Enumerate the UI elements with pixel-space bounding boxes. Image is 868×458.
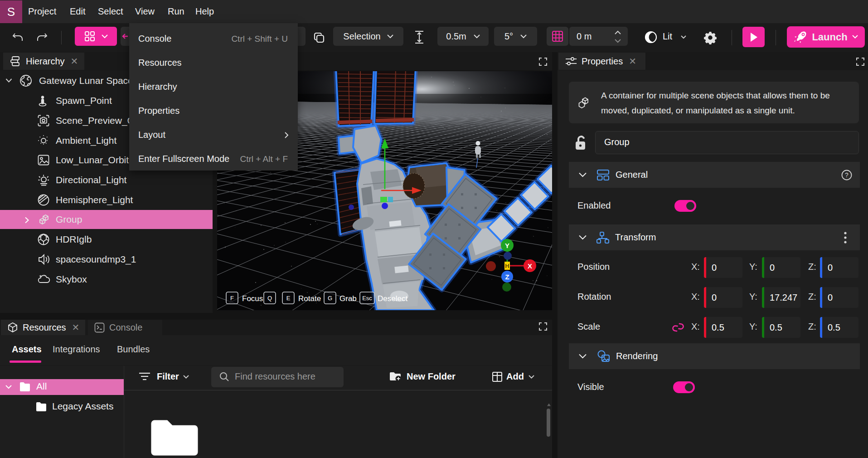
svg-text:Rotate: Rotate xyxy=(298,294,321,303)
svg-text:Grab: Grab xyxy=(339,294,357,303)
svg-text:Deselect: Deselect xyxy=(378,294,407,303)
svg-text:Focus: Focus xyxy=(242,294,263,303)
svg-text:?: ? xyxy=(845,171,849,179)
svg-text:H: H xyxy=(505,263,509,269)
svg-text:Z: Z xyxy=(505,273,509,281)
svg-text:Y: Y xyxy=(505,242,509,249)
svg-text:E: E xyxy=(286,295,291,302)
svg-text:Q: Q xyxy=(267,295,272,302)
svg-text:G: G xyxy=(328,295,332,302)
svg-text:F: F xyxy=(230,295,234,302)
svg-text:Esc: Esc xyxy=(362,295,372,302)
svg-text:X: X xyxy=(528,262,532,270)
